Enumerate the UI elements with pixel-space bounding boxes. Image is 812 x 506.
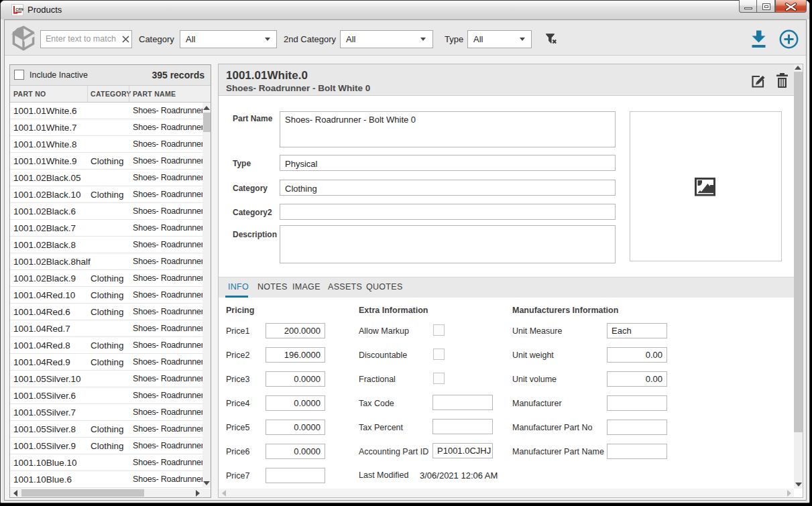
svg-text:CRM: CRM: [15, 7, 23, 11]
